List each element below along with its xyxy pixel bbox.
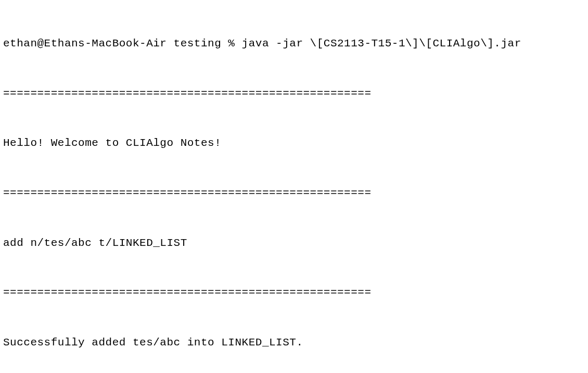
- user-input-add: add n/tes/abc t/LINKED_LIST: [3, 235, 585, 252]
- separator-line: ========================================…: [3, 185, 585, 202]
- welcome-message: Hello! Welcome to CLIAlgo Notes!: [3, 135, 585, 152]
- command-line: ethan@Ethans-MacBook-Air testing % java …: [3, 35, 585, 52]
- separator-line: ========================================…: [3, 284, 585, 301]
- add-success-message: Successfully added tes/abc into LINKED_L…: [3, 334, 585, 351]
- terminal-output[interactable]: ethan@Ethans-MacBook-Air testing % java …: [3, 2, 585, 373]
- separator-line: ========================================…: [3, 85, 585, 102]
